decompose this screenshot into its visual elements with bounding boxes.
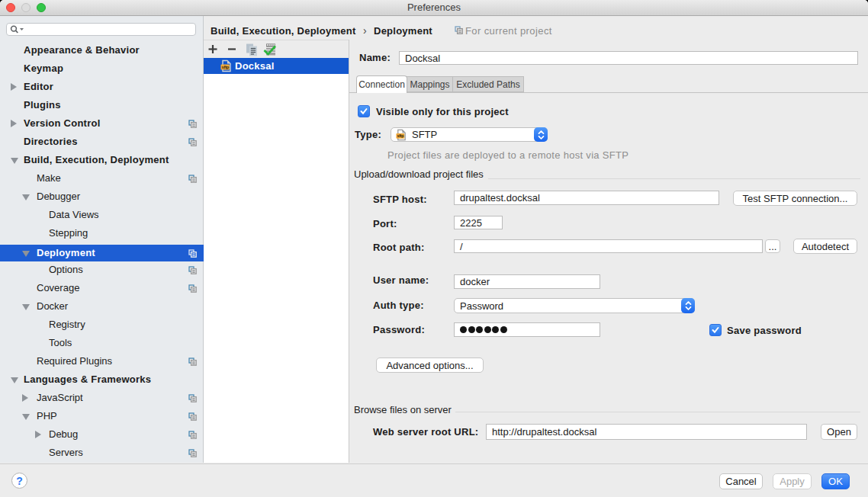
svg-text:sftp: sftp	[222, 65, 230, 69]
svg-text:sftp: sftp	[397, 133, 404, 138]
